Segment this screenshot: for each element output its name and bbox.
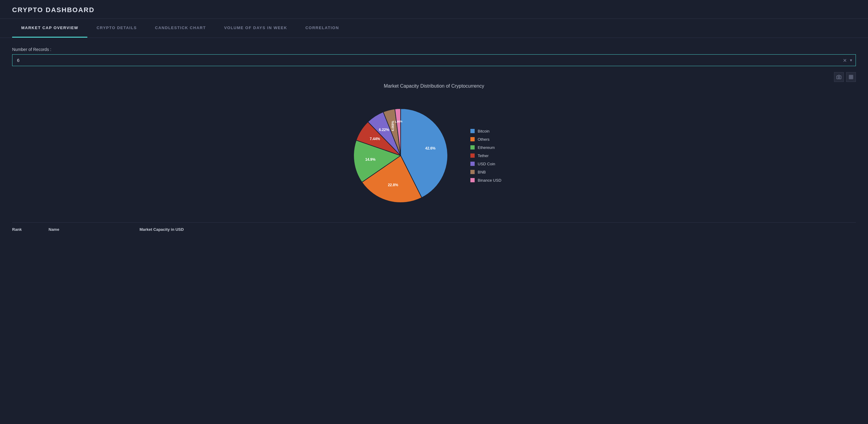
app-title: CRYPTO DASHBOARD <box>12 6 856 14</box>
tab-market-cap[interactable]: MARKET CAP OVERVIEW <box>12 19 87 38</box>
legend-color-bnb <box>470 170 475 174</box>
pie-label-ethereum: 14.9% <box>365 157 375 162</box>
svg-rect-1 <box>849 75 853 79</box>
legend-label-tether: Tether <box>478 153 489 158</box>
nav-tabs: MARKET CAP OVERVIEWCRYPTO DETAILSCANDLES… <box>0 19 868 38</box>
legend-color-ethereum <box>470 145 475 150</box>
camera-button[interactable] <box>834 72 844 82</box>
legend-color-usd-coin <box>470 162 475 166</box>
svg-point-0 <box>838 77 839 78</box>
chart-area: 42.6%22.8%14.9%7.44%6.22%4.069%1.95% Bit… <box>12 98 856 216</box>
pie-label-others: 22.8% <box>388 183 398 187</box>
tab-candlestick[interactable]: CANDLESTICK CHART <box>146 19 215 38</box>
pie-label-small-binance-usd: 1.95% <box>395 120 402 123</box>
legend-label-others: Others <box>478 137 490 142</box>
chart-wrapper: Market Capacity Distribution of Cryptocu… <box>12 83 856 216</box>
legend-color-bitcoin <box>470 129 475 133</box>
table-button[interactable] <box>846 72 856 82</box>
pie-label-tether: 7.44% <box>370 137 380 141</box>
legend-label-bitcoin: Bitcoin <box>478 129 490 133</box>
tab-volume[interactable]: VOLUME OF DAYS IN WEEK <box>215 19 296 38</box>
pie-chart: 42.6%22.8%14.9%7.44%6.22%4.069%1.95% <box>349 104 452 207</box>
tab-crypto-details[interactable]: CRYPTO DETAILS <box>87 19 146 38</box>
pie-label-bnb: 4.069% <box>391 121 395 131</box>
records-select[interactable]: 34567810 <box>12 54 856 66</box>
legend-label-ethereum: Ethereum <box>478 145 495 150</box>
chart-toolbar <box>12 72 856 82</box>
chart-title: Market Capacity Distribution of Cryptocu… <box>12 83 856 89</box>
legend-item-bitcoin: Bitcoin <box>470 129 519 133</box>
legend-label-bnb: BNB <box>478 170 486 174</box>
pie-label-usd-coin: 6.22% <box>379 128 389 132</box>
legend-item-usd-coin: USD Coin <box>470 162 519 166</box>
legend-color-others <box>470 137 475 141</box>
legend-color-tether <box>470 153 475 158</box>
legend-item-binance-usd: Binance USD <box>470 178 519 183</box>
chart-footer: Rank Name Market Capacity in USD <box>12 222 856 236</box>
tab-correlation[interactable]: CORRELATION <box>296 19 348 38</box>
legend-item-bnb: BNB <box>470 170 519 174</box>
legend: BitcoinOthersEthereumTetherUSD CoinBNBBi… <box>470 129 519 183</box>
legend-label-binance-usd: Binance USD <box>478 178 501 183</box>
records-label: Number of Records : <box>12 47 856 52</box>
pie-label-bitcoin: 42.6% <box>425 146 436 150</box>
legend-label-usd-coin: USD Coin <box>478 162 495 166</box>
legend-color-binance-usd <box>470 178 475 182</box>
footer-market-cap: Market Capacity in USD <box>140 227 856 232</box>
footer-rank: Rank <box>12 227 49 232</box>
legend-item-others: Others <box>470 137 519 142</box>
legend-item-ethereum: Ethereum <box>470 145 519 150</box>
footer-name: Name <box>49 227 140 232</box>
legend-item-tether: Tether <box>470 153 519 158</box>
